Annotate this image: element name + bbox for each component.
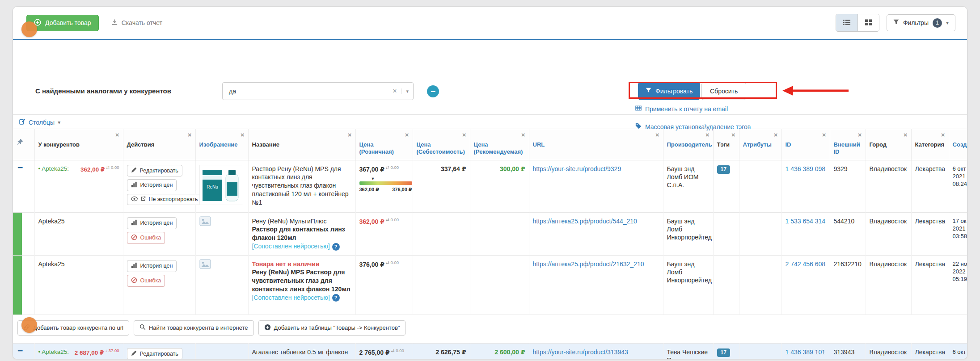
error-button[interactable]: Ошибка xyxy=(127,232,165,244)
competitor-link[interactable]: • Apteka25: xyxy=(38,165,69,173)
retail-price: 376,00 ₽ xyxy=(359,260,384,268)
external-id: 9329 xyxy=(834,165,848,172)
filter-value-select[interactable]: да × ▾ xyxy=(222,82,414,100)
edit-button[interactable]: Редактировать xyxy=(127,348,182,359)
tags-badge[interactable]: 17 xyxy=(717,348,730,357)
matched-by-ai-link[interactable]: [Сопоставлен нейросетью] xyxy=(252,294,330,301)
eye-icon xyxy=(131,196,138,203)
created-date: 22 ноя 2022 05:19 xyxy=(953,260,968,282)
remove-column-icon[interactable]: × xyxy=(743,131,778,138)
product-url-link[interactable]: https://your-site.ru/product/9329 xyxy=(533,165,621,172)
external-link-icon xyxy=(141,196,146,202)
column-header-id: ×ID xyxy=(781,129,830,160)
product-id-link[interactable]: 2 742 456 608 xyxy=(786,260,826,268)
price-gradient-bar xyxy=(359,181,412,185)
remove-column-icon[interactable]: × xyxy=(38,131,119,138)
recommended-price: 2 600,00 ₽ xyxy=(494,348,525,356)
range-marker-icon: ▼ xyxy=(371,177,409,181)
collapse-row-icon[interactable]: − xyxy=(17,162,23,172)
city: Владивосток xyxy=(870,165,907,172)
category: Лекарства xyxy=(915,260,945,268)
remove-column-icon[interactable]: × xyxy=(533,131,659,138)
competitor-name: Apteka25 xyxy=(38,260,65,268)
remove-column-icon[interactable]: × xyxy=(359,131,409,138)
cost-price: 2 626,75 ₽ xyxy=(435,348,466,356)
remove-column-icon[interactable]: × xyxy=(915,131,945,138)
no-export-button[interactable]: Не экспортировать xyxy=(127,194,202,205)
apply-to-email-report-link[interactable]: Применить к отчету на email xyxy=(635,105,728,113)
city: Владивосток xyxy=(870,348,907,356)
error-button[interactable]: Ошибка xyxy=(127,275,165,287)
collapse-row-icon[interactable]: − xyxy=(17,345,23,356)
competitor-price: 2 687,00 ₽ xyxy=(75,349,104,356)
created-date: 6 окт 2021 08:24 xyxy=(953,165,967,187)
edit-button[interactable]: Редактировать xyxy=(127,165,182,176)
bar-chart-icon xyxy=(131,219,137,227)
price-history-button[interactable]: История цен xyxy=(127,217,177,229)
remove-column-icon[interactable]: × xyxy=(474,131,525,138)
product-row: − • Apteka25: 2 687,00 ₽↓ 37.00 Редактир… xyxy=(13,343,967,359)
external-id: 544210 xyxy=(834,218,855,225)
column-header-manufacturer: ×Производитель xyxy=(663,129,713,160)
column-header-pin xyxy=(13,129,34,160)
filters-dropdown-button[interactable]: Фильтры 1 ▾ xyxy=(887,14,955,31)
column-header-created: ×Созд xyxy=(949,129,967,160)
competitor-product-name: Товара нет в наличии Рену (ReNu) MPS Рас… xyxy=(252,260,352,302)
product-id-link[interactable]: 1 533 654 314 xyxy=(786,218,826,225)
list-view-icon xyxy=(843,19,850,27)
remove-column-icon[interactable]: × xyxy=(786,131,826,138)
product-id-link[interactable]: 1 436 389 098 xyxy=(786,165,826,172)
bulk-tags-link[interactable]: Массовая установка\удаление тэгов xyxy=(635,123,751,130)
remove-filter-button[interactable]: − xyxy=(427,85,439,97)
remove-column-icon[interactable]: × xyxy=(667,131,710,138)
recommended-price: 300,00 ₽ xyxy=(500,165,525,172)
price-history-button[interactable]: История цен xyxy=(127,260,177,272)
help-icon[interactable]: ? xyxy=(332,243,340,251)
column-header-price-retail: ×Цена (Розничная) xyxy=(355,129,413,160)
category: Лекарства xyxy=(915,165,945,172)
remove-column-icon[interactable]: × xyxy=(834,131,862,138)
chevron-down-icon: ▾ xyxy=(946,20,949,26)
product-url-link[interactable]: https://your-site.ru/product/313943 xyxy=(533,348,628,356)
annotation-click-marker xyxy=(21,317,37,333)
product-image: ReNu xyxy=(199,165,243,205)
remove-column-icon[interactable]: × xyxy=(717,131,735,138)
annotation-click-marker xyxy=(21,21,37,37)
pencil-icon xyxy=(131,167,137,174)
columns-dropdown-button[interactable]: Столбцы ▾ xyxy=(19,118,60,126)
remove-column-icon[interactable]: × xyxy=(199,131,245,138)
pencil-icon xyxy=(131,350,137,357)
retail-price: 367,00 ₽ xyxy=(359,165,384,172)
matched-by-ai-link[interactable]: [Сопоставлен нейросетью] xyxy=(252,243,330,250)
filters-count-badge: 1 xyxy=(933,18,942,28)
pin-icon[interactable] xyxy=(17,139,23,147)
chevron-down-icon: ▾ xyxy=(401,88,409,94)
remove-column-icon[interactable]: × xyxy=(252,131,352,138)
add-product-button[interactable]: Добавить товар xyxy=(26,15,99,31)
slash-circle-icon xyxy=(131,234,137,242)
grid-view-button[interactable] xyxy=(858,14,879,31)
product-id-link[interactable]: 1 436 389 101 xyxy=(786,348,826,356)
price-history-button[interactable]: История цен xyxy=(127,179,177,191)
competitor-url-link[interactable]: https://аптека25.рф/product/544_210 xyxy=(533,218,637,225)
competitor-link[interactable]: • Apteka25: xyxy=(38,348,69,357)
competitor-indicator-bar xyxy=(13,256,22,315)
clear-selection-icon[interactable]: × xyxy=(393,87,397,95)
find-competitor-online-button[interactable]: Найти товар конкурента в интернете xyxy=(134,320,254,336)
add-from-competitors-table-button[interactable]: Добавить из таблицы "Товары -> Конкурент… xyxy=(258,320,406,336)
toolbar: Добавить товар Скачать отчет Фильтры 1 ▾ xyxy=(13,7,967,40)
city: Владивосток xyxy=(870,218,907,225)
group-actions-row: Добавить товар конкурента по url Найти т… xyxy=(13,315,967,343)
main-panel: Добавить товар Скачать отчет Фильтры 1 ▾ xyxy=(13,6,967,359)
remove-column-icon[interactable]: × xyxy=(870,131,908,138)
column-header-price-recommended: ×Цена (Рекомендуемая) xyxy=(470,129,529,160)
list-view-button[interactable] xyxy=(836,14,858,31)
download-icon xyxy=(111,19,118,27)
remove-column-icon[interactable]: × xyxy=(953,131,968,138)
download-report-button[interactable]: Скачать отчет xyxy=(111,19,162,27)
help-icon[interactable]: ? xyxy=(332,294,340,302)
remove-column-icon[interactable]: × xyxy=(417,131,466,138)
competitor-url-link[interactable]: https://аптека25.рф/product/21632_210 xyxy=(533,260,644,268)
remove-column-icon[interactable]: × xyxy=(127,131,192,138)
tags-badge[interactable]: 17 xyxy=(717,165,730,174)
